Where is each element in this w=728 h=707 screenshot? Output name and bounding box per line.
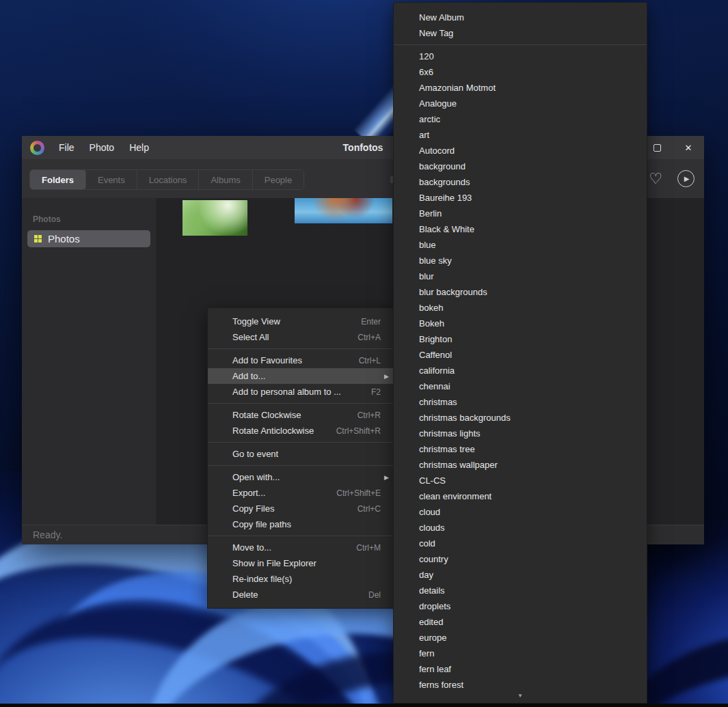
submenu-tag-item[interactable]: 120: [394, 48, 647, 64]
context-menu-item[interactable]: Select AllCtrl+A: [208, 329, 396, 345]
menu-file[interactable]: File: [53, 139, 81, 156]
submenu-tag-item[interactable]: blue: [394, 237, 647, 253]
tab-bar: FoldersEventsLocationsAlbumsPeople: [29, 169, 304, 190]
submenu-tag-item[interactable]: Bokeh: [394, 316, 647, 331]
submenu-tag-item-label: Bokeh: [419, 318, 444, 329]
context-menu-item[interactable]: Copy FilesCtrl+C: [208, 501, 396, 516]
submenu-tag-item[interactable]: Baureihe 193: [394, 190, 647, 206]
submenu-tag-item[interactable]: chennai: [394, 378, 647, 394]
context-menu-item-label: Copy file paths: [232, 519, 291, 529]
submenu-tag-item-label: backgrounds: [419, 177, 470, 187]
submenu-tag-item-label: ferns forest: [419, 680, 463, 690]
close-button[interactable]: ✕: [673, 136, 704, 159]
menu-separator: [208, 348, 396, 349]
slideshow-play-icon[interactable]: ▶: [677, 170, 695, 187]
sidebar-item-photos[interactable]: Photos: [27, 230, 150, 247]
submenu-tag-item[interactable]: bokeh: [394, 300, 647, 316]
close-icon: ✕: [685, 143, 692, 153]
tab-events[interactable]: Events: [86, 170, 137, 189]
sidebar-section-label: Photos: [33, 214, 156, 224]
submenu-tag-item[interactable]: edited: [394, 614, 647, 630]
thumbnail-green-leaves[interactable]: [183, 200, 247, 236]
context-menu-item[interactable]: Add to FavouritesCtrl+L: [208, 352, 396, 368]
context-menu-item[interactable]: Open with...▶: [208, 469, 396, 485]
context-menu-item[interactable]: Rotate ClockwiseCtrl+R: [208, 407, 396, 423]
menu-help[interactable]: Help: [123, 139, 155, 156]
submenu-tag-item[interactable]: Amazonian Motmot: [394, 80, 647, 96]
submenu-tag-item[interactable]: Caffenol: [394, 347, 647, 363]
scroll-down-icon[interactable]: ▼: [394, 692, 647, 700]
tab-locations[interactable]: Locations: [137, 170, 200, 189]
submenu-tag-item-label: Autocord: [419, 145, 455, 156]
submenu-tag-item[interactable]: Analogue: [394, 96, 647, 111]
context-menu-item[interactable]: DeleteDel: [208, 587, 396, 602]
submenu-tag-item[interactable]: 6x6: [394, 64, 647, 80]
submenu-tag-item[interactable]: california: [394, 363, 647, 378]
context-menu-item[interactable]: Re-index file(s): [208, 571, 396, 587]
submenu-arrow-icon: ▶: [384, 373, 389, 380]
submenu-item[interactable]: New Tag: [394, 25, 647, 41]
submenu-tag-item[interactable]: Black & White: [394, 221, 647, 237]
submenu-tag-item[interactable]: art: [394, 127, 647, 143]
submenu-tag-item[interactable]: Berlin: [394, 206, 647, 221]
submenu-tag-item[interactable]: blue sky: [394, 253, 647, 268]
submenu-tag-item[interactable]: Brighton: [394, 331, 647, 347]
context-menu-item-label: Show in File Explorer: [232, 558, 316, 568]
tab-albums[interactable]: Albums: [199, 170, 252, 189]
submenu-tag-item[interactable]: clean environment: [394, 488, 647, 504]
thumbnail-inverted-building-sky[interactable]: [295, 198, 392, 223]
submenu-arrow-icon: ▶: [384, 474, 389, 481]
submenu-tag-item[interactable]: blur: [394, 268, 647, 284]
context-menu-item[interactable]: Add to...▶: [208, 368, 396, 384]
submenu-tag-item[interactable]: blur backgrounds: [394, 284, 647, 300]
submenu-item[interactable]: New Album: [394, 10, 647, 25]
submenu-tag-item[interactable]: europe: [394, 630, 647, 646]
context-menu-item[interactable]: Move to...Ctrl+M: [208, 540, 396, 555]
submenu-tag-item[interactable]: fern: [394, 646, 647, 661]
submenu-tag-item[interactable]: CL-CS: [394, 473, 647, 488]
submenu-item-label: New Album: [419, 12, 464, 23]
context-menu-item[interactable]: Add to personal album to ...F2: [208, 384, 396, 400]
context-menu-item[interactable]: Export...Ctrl+Shift+E: [208, 485, 396, 501]
submenu-tag-item[interactable]: day: [394, 567, 647, 583]
submenu-tag-item[interactable]: country: [394, 551, 647, 567]
context-menu-item-label: Export...: [232, 488, 265, 498]
context-menu-item[interactable]: Go to event: [208, 446, 396, 462]
submenu-tag-item[interactable]: ferns forest: [394, 677, 647, 693]
context-menu-item-shortcut: Ctrl+L: [359, 356, 389, 365]
context-menu-item[interactable]: Copy file paths: [208, 516, 396, 532]
sidebar: Photos Photos: [22, 198, 156, 525]
submenu-tag-item[interactable]: christmas wallpaper: [394, 457, 647, 473]
submenu-tag-item[interactable]: clouds: [394, 520, 647, 536]
tab-folders[interactable]: Folders: [30, 170, 86, 189]
desktop: FilePhotoHelp Tonfotos ✕ FoldersEventsLo…: [0, 0, 728, 707]
submenu-tag-item[interactable]: fern leaf: [394, 661, 647, 677]
maximize-icon: [653, 144, 661, 152]
submenu-tag-item[interactable]: christmas lights: [394, 426, 647, 441]
submenu-tag-item[interactable]: christmas: [394, 394, 647, 410]
context-menu-item[interactable]: Toggle ViewEnter: [208, 314, 396, 329]
submenu-tag-item-label: california: [419, 365, 455, 376]
context-menu-item[interactable]: Rotate AnticlockwiseCtrl+Shift+R: [208, 423, 396, 439]
submenu-tag-item[interactable]: Autocord: [394, 143, 647, 158]
menu-photo[interactable]: Photo: [83, 139, 121, 156]
submenu-tag-item-label: droplets: [419, 601, 450, 611]
favourite-heart-icon[interactable]: ♡: [649, 171, 662, 186]
context-menu-item[interactable]: Show in File Explorer: [208, 555, 396, 571]
submenu-tag-item[interactable]: cold: [394, 536, 647, 551]
submenu-tag-item-label: fern leaf: [419, 664, 451, 674]
context-menu-item-label: Open with...: [232, 472, 280, 482]
context-menu: Toggle ViewEnterSelect AllCtrl+AAdd to F…: [207, 307, 396, 609]
submenu-tag-item[interactable]: arctic: [394, 111, 647, 127]
tab-people[interactable]: People: [253, 170, 304, 189]
context-menu-item-label: Re-index file(s): [232, 574, 292, 584]
submenu-tag-item[interactable]: droplets: [394, 598, 647, 614]
submenu-tag-item[interactable]: details: [394, 583, 647, 598]
submenu-tag-item[interactable]: background: [394, 158, 647, 174]
submenu-tag-item[interactable]: backgrounds: [394, 174, 647, 190]
taskbar[interactable]: [0, 704, 728, 707]
submenu-tag-item[interactable]: christmas backgrounds: [394, 410, 647, 426]
add-to-submenu: New AlbumNew Tag1206x6Amazonian MotmotAn…: [393, 2, 647, 704]
submenu-tag-item[interactable]: christmas tree: [394, 441, 647, 457]
submenu-tag-item[interactable]: cloud: [394, 504, 647, 520]
